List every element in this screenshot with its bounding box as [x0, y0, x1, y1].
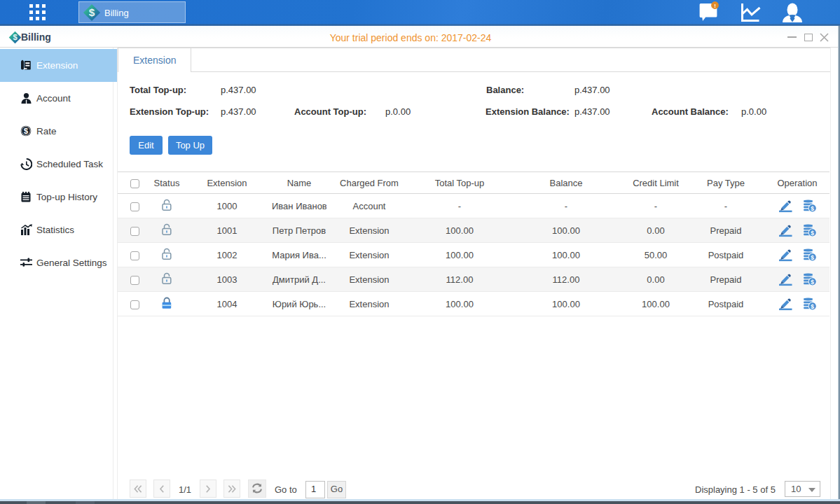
svg-text:$: $: [811, 254, 814, 261]
svg-text:$: $: [13, 33, 18, 41]
svg-text:$: $: [89, 6, 95, 18]
svg-text:$: $: [24, 127, 29, 135]
svg-text:$: $: [811, 205, 814, 212]
svg-text:$: $: [811, 279, 814, 286]
svg-text:$: $: [811, 230, 814, 237]
svg-text:!: !: [714, 3, 716, 9]
svg-text:$: $: [811, 303, 814, 310]
